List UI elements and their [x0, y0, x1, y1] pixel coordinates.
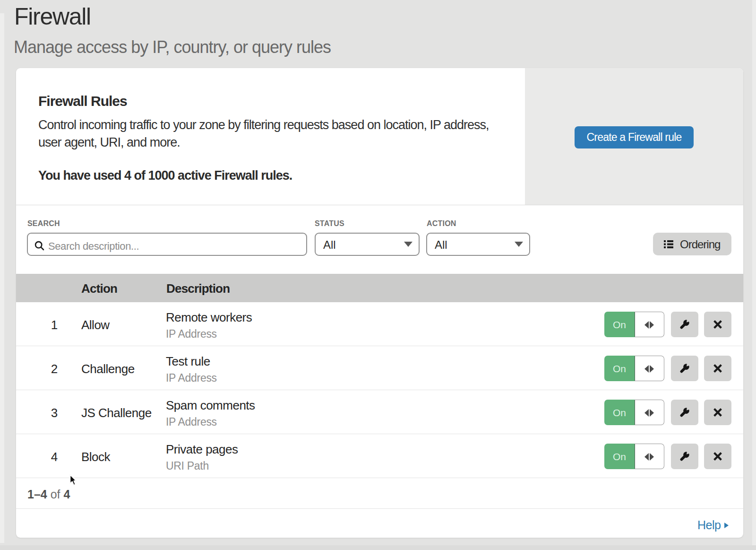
svg-text:On: On [613, 407, 626, 418]
svg-text:On: On [613, 451, 626, 462]
svg-text:On: On [613, 363, 626, 374]
svg-text:On: On [613, 319, 626, 330]
